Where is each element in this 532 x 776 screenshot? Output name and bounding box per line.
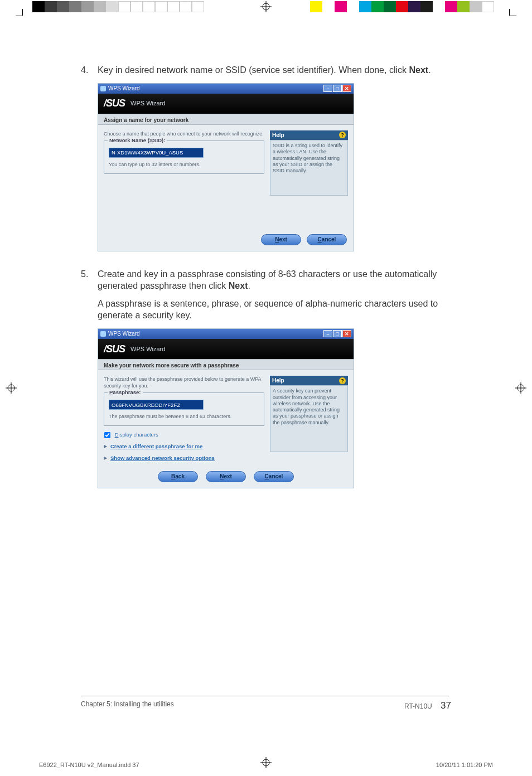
window-titlebar: WPS Wizard – □ ✕ (98, 84, 354, 94)
swatch (445, 1, 457, 12)
registration-mark-icon (260, 757, 272, 768)
swatch (130, 1, 143, 12)
step-text: Key in desired network name or SSID (ser… (98, 64, 449, 76)
swatch (106, 1, 118, 12)
intro-text: Choose a name that people who connect to… (104, 130, 264, 137)
intro-text: This wizard will use the passphrase prov… (104, 376, 264, 389)
swatch (180, 1, 192, 12)
registration-mark-icon (260, 1, 272, 12)
swatch (457, 1, 470, 12)
minimize-button[interactable]: – (323, 330, 332, 337)
maximize-button[interactable]: □ (333, 330, 342, 337)
swatch (155, 1, 167, 12)
swatch (310, 1, 322, 12)
asus-logo: /SUS (104, 96, 125, 110)
passphrase-input[interactable] (109, 400, 204, 410)
link-advanced-security[interactable]: ▶ Show advanced network security options (104, 455, 264, 462)
swatch (347, 1, 359, 12)
close-button[interactable]: ✕ (342, 85, 351, 92)
step-number: 5. (81, 268, 98, 292)
swatch (470, 1, 482, 12)
triangle-icon: ▶ (104, 444, 107, 450)
ssid-legend: Network Name (SSID): (108, 137, 167, 144)
swatch (81, 1, 94, 12)
help-icon: ? (339, 132, 346, 138)
swatch (192, 1, 204, 12)
crop-mark-icon (22, 16, 33, 27)
swatch (143, 1, 155, 12)
triangle-icon: ▶ (104, 455, 107, 462)
step-4: 4. Key in desired network name or SSID (… (81, 64, 449, 76)
page-content: 4. Key in desired network name or SSID (… (81, 64, 449, 505)
ssid-fieldset: Network Name (SSID): You can type up to … (104, 140, 264, 174)
swatch (408, 1, 420, 12)
swatch (167, 1, 180, 12)
swatch (94, 1, 106, 12)
registration-mark-icon (515, 382, 526, 394)
swatch (69, 1, 81, 12)
swatch (322, 1, 335, 12)
next-button[interactable]: Next (261, 234, 301, 245)
step-number: 4. (81, 64, 98, 76)
step-5-note: A passphrase is a sentence, phrase, or s… (98, 298, 449, 322)
cancel-button[interactable]: Cancel (254, 471, 294, 482)
swatch (384, 1, 396, 12)
crop-mark-icon (499, 16, 510, 27)
brand-bar: /SUS WPS Wizard (98, 94, 354, 114)
display-characters-checkbox[interactable] (104, 432, 110, 438)
link-create-passphrase[interactable]: ▶ Create a different passphrase for me (104, 443, 264, 450)
swatch (420, 1, 433, 12)
print-slug-file: E6922_RT-N10U v2_Manual.indd 37 (39, 762, 139, 768)
page-number: 37 (441, 700, 451, 711)
window-title: WPS Wizard (108, 330, 140, 338)
swatch (433, 1, 445, 12)
brand-subtitle: WPS Wizard (130, 345, 165, 353)
section-heading: Make your network more secure with a pas… (98, 359, 354, 370)
help-body: A security key can prevent outsider from… (270, 385, 348, 452)
display-characters-row: Display characters (104, 431, 264, 439)
footer-chapter: Chapter 5: Installing the utilities (81, 700, 174, 708)
window-buttons: – □ ✕ (323, 330, 351, 337)
help-body: SSID is a string used to identify a wire… (270, 140, 348, 196)
swatch (57, 1, 69, 12)
brand-bar: /SUS WPS Wizard (98, 339, 354, 359)
back-button[interactable]: Back (158, 471, 198, 482)
step-5: 5. Create and key in a passphrase consis… (81, 268, 449, 292)
passphrase-fieldset: Passphrase: The passphrase must be betwe… (104, 392, 264, 426)
help-header: Help ? (270, 376, 348, 386)
cancel-button[interactable]: Cancel (307, 234, 347, 245)
swatch (359, 1, 371, 12)
maximize-button[interactable]: □ (333, 85, 342, 92)
screenshot-ssid-wizard: WPS Wizard – □ ✕ /SUS WPS Wizard Assign … (98, 83, 354, 251)
step-text: Create and key in a passphrase consistin… (98, 268, 449, 292)
next-button[interactable]: Next (206, 471, 246, 482)
swatch (371, 1, 384, 12)
asus-logo: /SUS (104, 342, 125, 356)
swatch (45, 1, 57, 12)
swatch (396, 1, 408, 12)
help-header: Help ? (270, 130, 348, 140)
screenshot-passphrase-wizard: WPS Wizard – □ ✕ /SUS WPS Wizard Make yo… (98, 328, 354, 488)
passphrase-legend: Passphrase: (108, 389, 143, 396)
close-button[interactable]: ✕ (342, 330, 351, 337)
print-slug-timestamp: 10/20/11 1:01:20 PM (436, 762, 493, 768)
registration-mark-icon (6, 382, 17, 394)
footer-rule (81, 696, 449, 696)
app-icon (100, 331, 106, 337)
ssid-input[interactable] (109, 148, 204, 158)
swatch (335, 1, 347, 12)
swatch (482, 1, 494, 12)
window-buttons: – □ ✕ (323, 85, 351, 92)
minimize-button[interactable]: – (323, 85, 332, 92)
passphrase-hint: The passphrase must be between 8 and 63 … (109, 413, 259, 420)
brand-subtitle: WPS Wizard (130, 99, 165, 108)
window-title: WPS Wizard (108, 85, 140, 93)
footer-model: RT-N10U (404, 702, 432, 710)
section-heading: Assign a name for your network (98, 114, 354, 125)
display-characters-label: Display characters (115, 431, 158, 438)
footer-right: RT-N10U 37 (404, 700, 451, 711)
swatch (32, 1, 45, 12)
ssid-hint: You can type up to 32 letters or numbers… (109, 161, 259, 168)
swatch (118, 1, 130, 12)
window-titlebar: WPS Wizard – □ ✕ (98, 329, 354, 339)
